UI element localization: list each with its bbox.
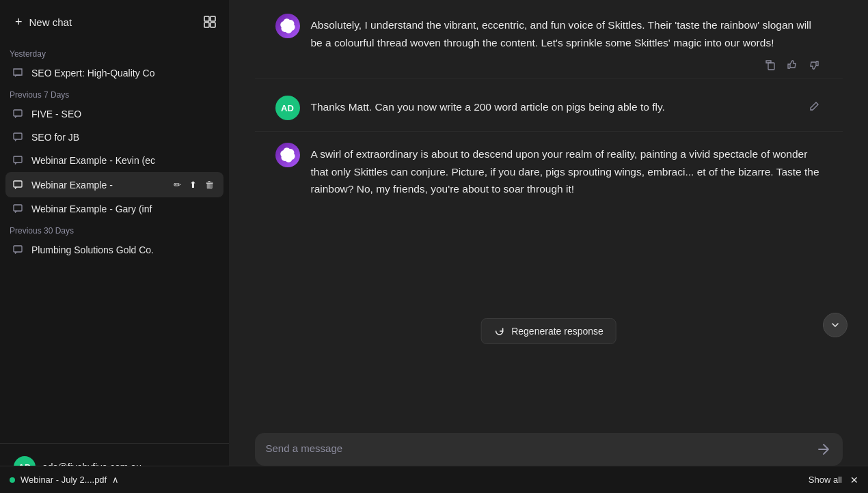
edit-icon xyxy=(809,101,819,112)
message-block-3: A swirl of extraordinary is about to des… xyxy=(255,132,843,198)
yesterday-list: SEO Expert: High-Quality Co xyxy=(0,61,229,85)
thumbup-button[interactable] xyxy=(784,57,800,73)
sidebar-item-label: Plumbing Solutions Gold Co. xyxy=(31,244,217,255)
chat-icon xyxy=(12,68,25,79)
thumbdown-icon xyxy=(809,59,819,70)
close-icon: ✕ xyxy=(850,475,858,485)
send-icon xyxy=(817,442,830,456)
chat-icon xyxy=(12,155,25,166)
file-collapse-button[interactable]: ∧ xyxy=(112,475,119,485)
chat-icon xyxy=(12,244,25,255)
svg-rect-3 xyxy=(211,23,215,27)
sidebar-item-seo-jb[interactable]: SEO for JB xyxy=(5,126,223,149)
input-area xyxy=(241,426,856,471)
input-container xyxy=(255,433,843,466)
delete-icon: 🗑 xyxy=(205,180,214,190)
thumbup-icon xyxy=(787,59,798,70)
bottom-bar: Webinar - July 2....pdf ∧ Show all ✕ xyxy=(0,466,868,493)
chat-icon xyxy=(12,203,25,214)
copy-button[interactable] xyxy=(762,57,778,73)
regenerate-button[interactable]: Regenerate response xyxy=(480,318,616,344)
chat-icon xyxy=(12,180,25,191)
sidebar-item-webinar-kevin[interactable]: Webinar Example - Kevin (ec xyxy=(5,149,223,172)
scroll-down-button[interactable] xyxy=(823,313,847,337)
sidebar-item-label: SEO Expert: High-Quality Co xyxy=(31,68,217,79)
sidebar-item-plumbing[interactable]: Plumbing Solutions Gold Co. xyxy=(5,238,223,262)
bottom-bar-actions: Show all ✕ xyxy=(809,475,858,485)
plus-icon: + xyxy=(15,15,23,29)
new-chat-button[interactable]: + New chat xyxy=(7,10,198,35)
sidebar-item-label: SEO for JB xyxy=(31,132,217,143)
prev7-list: FIVE - SEO SEO for JB Webinar Example - … xyxy=(0,102,229,221)
svg-rect-8 xyxy=(14,205,22,211)
regenerate-area: Regenerate response xyxy=(229,417,868,426)
svg-rect-10 xyxy=(768,63,774,70)
svg-rect-2 xyxy=(204,23,209,27)
regenerate-label: Regenerate response xyxy=(511,326,603,337)
svg-rect-9 xyxy=(14,246,22,252)
svg-rect-7 xyxy=(14,181,22,187)
message-text-1: Absolutely, I understand the vibrant, ec… xyxy=(311,14,822,73)
message-text-2: Thanks Matt. Can you now write a 200 wor… xyxy=(311,96,787,116)
sidebar-item-five-seo[interactable]: FIVE - SEO xyxy=(5,102,223,126)
svg-rect-0 xyxy=(204,16,209,21)
message-row: A swirl of extraordinary is about to des… xyxy=(275,143,822,198)
close-bottom-bar-button[interactable]: ✕ xyxy=(850,475,858,485)
user-avatar-msg: AD xyxy=(275,96,300,120)
message-divider xyxy=(255,79,843,79)
edit-chat-button[interactable]: ✏ xyxy=(171,178,184,191)
sidebar-item-webinar-active[interactable]: Webinar Example - ✏ ⬆ 🗑 xyxy=(5,172,223,197)
sidebar-item-label: Webinar Example - Kevin (ec xyxy=(31,155,217,166)
gpt-logo-icon-2 xyxy=(280,147,295,163)
regenerate-icon xyxy=(493,326,504,337)
file-label: Webinar - July 2....pdf xyxy=(21,475,107,485)
chat-icon xyxy=(12,132,25,143)
show-all-button[interactable]: Show all xyxy=(809,475,842,485)
section-label-yesterday: Yesterday xyxy=(0,44,229,61)
sidebar-content: Yesterday SEO Expert: High-Quality Co Pr… xyxy=(0,44,229,443)
bottom-bar-file: Webinar - July 2....pdf ∧ xyxy=(10,475,119,485)
sidebar-item-label: Webinar Example - xyxy=(31,180,164,191)
scroll-down-icon xyxy=(830,320,841,330)
chat-icon xyxy=(12,109,25,119)
new-chat-label: New chat xyxy=(29,16,72,28)
sidebar-item-webinar-gary[interactable]: Webinar Example - Gary (inf xyxy=(5,197,223,221)
chevron-up-icon: ∧ xyxy=(112,475,119,485)
copy-icon xyxy=(765,59,776,70)
sidebar: + New chat Yesterday SEO Expert: High-Qu… xyxy=(0,0,229,493)
send-button[interactable] xyxy=(815,441,832,457)
download-icon: ⬆ xyxy=(189,180,197,190)
download-chat-button[interactable]: ⬆ xyxy=(187,178,200,191)
section-label-prev30: Previous 30 Days xyxy=(0,221,229,238)
layout-toggle-button[interactable] xyxy=(198,10,222,34)
svg-rect-5 xyxy=(14,133,22,139)
delete-chat-button[interactable]: 🗑 xyxy=(202,178,217,191)
message-actions-1 xyxy=(311,57,822,73)
thumbdown-button[interactable] xyxy=(806,57,822,73)
message-block-2: AD Thanks Matt. Can you now write a 200 … xyxy=(255,85,843,131)
message-row: Absolutely, I understand the vibrant, ec… xyxy=(275,14,822,73)
section-label-prev7: Previous 7 Days xyxy=(0,85,229,102)
prev30-list: Plumbing Solutions Gold Co. xyxy=(0,238,229,262)
layout-icon xyxy=(203,15,217,29)
show-all-label: Show all xyxy=(809,475,842,485)
message-row: AD Thanks Matt. Can you now write a 200 … xyxy=(275,96,822,120)
svg-rect-6 xyxy=(14,156,22,163)
assistant-avatar-2 xyxy=(275,143,300,167)
svg-rect-1 xyxy=(211,16,215,21)
main-content: Absolutely, I understand the vibrant, ec… xyxy=(229,0,868,493)
message-text-3: A swirl of extraordinary is about to des… xyxy=(311,143,822,198)
assistant-avatar xyxy=(275,14,300,38)
edit-icon: ✏ xyxy=(174,180,181,190)
edit-message-button[interactable] xyxy=(806,98,822,115)
active-item-actions: ✏ ⬆ 🗑 xyxy=(171,178,217,191)
message-input[interactable] xyxy=(266,441,809,457)
sidebar-item-label: FIVE - SEO xyxy=(31,109,217,119)
message-block-1: Absolutely, I understand the vibrant, ec… xyxy=(255,14,843,73)
chat-messages: Absolutely, I understand the vibrant, ec… xyxy=(229,0,868,417)
sidebar-item-label: Webinar Example - Gary (inf xyxy=(31,203,217,214)
file-status-dot xyxy=(10,477,15,483)
sidebar-header: + New chat xyxy=(0,0,229,44)
sidebar-item-seo-expert[interactable]: SEO Expert: High-Quality Co xyxy=(5,61,223,85)
svg-rect-4 xyxy=(14,110,22,116)
